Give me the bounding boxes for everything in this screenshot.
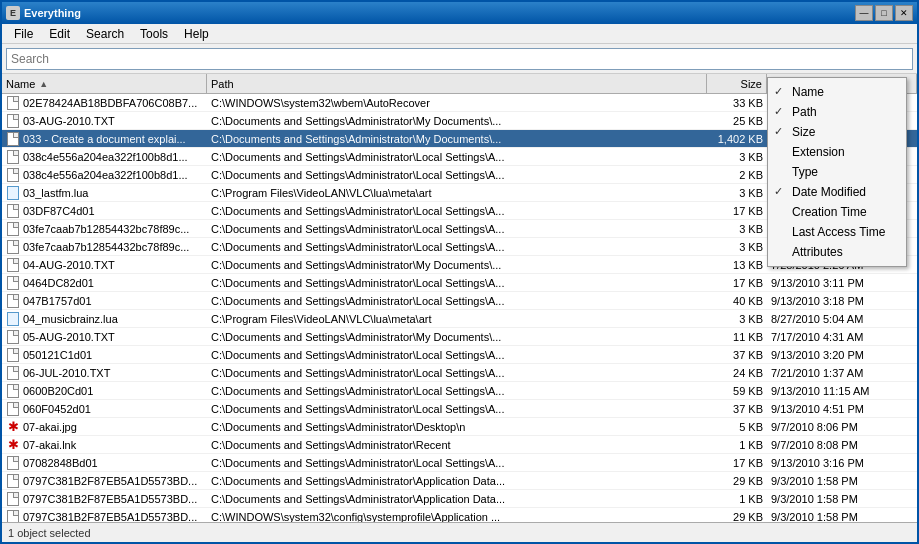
cell-date: 9/13/2010 4:51 PM [767, 400, 917, 417]
header-size[interactable]: Size [707, 74, 767, 93]
cell-date: 8/27/2010 5:04 AM [767, 310, 917, 327]
ctx-check-name: ✓ [774, 85, 783, 98]
menu-bar: File Edit Search Tools Help [2, 24, 917, 44]
cell-name: 04-AUG-2010.TXT [2, 256, 207, 273]
minimize-button[interactable]: — [855, 5, 873, 21]
table-row[interactable]: 050121C1d01 C:\Documents and Settings\Ad… [2, 346, 917, 364]
cell-name: 033 - Create a document explai... [2, 130, 207, 147]
table-row[interactable]: 0797C381B2F87EB5A1D5573BD... C:\WINDOWS\… [2, 508, 917, 522]
menu-search[interactable]: Search [78, 25, 132, 43]
file-icon [6, 186, 20, 200]
file-name: 047B1757d01 [23, 295, 92, 307]
file-icon [6, 204, 20, 218]
header-size-label: Size [741, 78, 762, 90]
header-name-label: Name [6, 78, 35, 90]
header-path[interactable]: Path [207, 74, 707, 93]
cell-name: 0464DC82d01 [2, 274, 207, 291]
ctx-type[interactable]: Type [768, 162, 906, 182]
menu-tools[interactable]: Tools [132, 25, 176, 43]
file-icon [6, 294, 20, 308]
cell-name: 0797C381B2F87EB5A1D5573BD... [2, 490, 207, 507]
cell-path: C:\Documents and Settings\Administrator\… [207, 238, 707, 255]
table-row[interactable]: 0464DC82d01 C:\Documents and Settings\Ad… [2, 274, 917, 292]
status-text: 1 object selected [8, 527, 91, 539]
menu-file[interactable]: File [6, 25, 41, 43]
cell-size: 33 KB [707, 94, 767, 111]
file-name: 033 - Create a document explai... [23, 133, 186, 145]
file-name: 060F0452d01 [23, 403, 91, 415]
cell-size: 1 KB [707, 436, 767, 453]
cell-path: C:\Documents and Settings\Administrator\… [207, 256, 707, 273]
table-row[interactable]: 05-AUG-2010.TXT C:\Documents and Setting… [2, 328, 917, 346]
file-name: 03fe7caab7b12854432bc78f89c... [23, 241, 189, 253]
menu-help[interactable]: Help [176, 25, 217, 43]
ctx-attributes[interactable]: Attributes [768, 242, 906, 262]
cell-size: 11 KB [707, 328, 767, 345]
cell-name: 06-JUL-2010.TXT [2, 364, 207, 381]
menu-edit[interactable]: Edit [41, 25, 78, 43]
ctx-size[interactable]: ✓Size [768, 122, 906, 142]
table-row[interactable]: 0600B20Cd01 C:\Documents and Settings\Ad… [2, 382, 917, 400]
main-window: E Everything — □ ✕ File Edit Search Tool… [0, 0, 919, 544]
file-icon: ✱ [6, 438, 20, 452]
file-name: 03-AUG-2010.TXT [23, 115, 115, 127]
cell-date: 9/13/2010 3:16 PM [767, 454, 917, 471]
cell-size: 24 KB [707, 364, 767, 381]
cell-size: 3 KB [707, 184, 767, 201]
cell-path: C:\Documents and Settings\Administrator\… [207, 166, 707, 183]
file-name: 07-akai.lnk [23, 439, 76, 451]
cell-path: C:\Documents and Settings\Administrator\… [207, 346, 707, 363]
cell-size: 1,402 KB [707, 130, 767, 147]
header-name[interactable]: Name ▲ [2, 74, 207, 93]
close-button[interactable]: ✕ [895, 5, 913, 21]
maximize-button[interactable]: □ [875, 5, 893, 21]
ctx-extension[interactable]: Extension [768, 142, 906, 162]
cell-name: 038c4e556a204ea322f100b8d1... [2, 148, 207, 165]
cell-date: 9/13/2010 3:11 PM [767, 274, 917, 291]
cell-path: C:\Program Files\VideoLAN\VLC\lua\meta\a… [207, 310, 707, 327]
file-name: 05-AUG-2010.TXT [23, 331, 115, 343]
table-row[interactable]: 0797C381B2F87EB5A1D5573BD... C:\Document… [2, 490, 917, 508]
file-name: 038c4e556a204ea322f100b8d1... [23, 151, 188, 163]
ctx-name[interactable]: ✓Name [768, 82, 906, 102]
file-icon [6, 312, 20, 326]
file-name: 03DF87C4d01 [23, 205, 95, 217]
cell-name: 038c4e556a204ea322f100b8d1... [2, 166, 207, 183]
cell-name: 04_musicbrainz.lua [2, 310, 207, 327]
cell-size: 3 KB [707, 220, 767, 237]
title-bar: E Everything — □ ✕ [2, 2, 917, 24]
table-row[interactable]: ✱ 07-akai.lnk C:\Documents and Settings\… [2, 436, 917, 454]
file-icon [6, 348, 20, 362]
cell-path: C:\Documents and Settings\Administrator\… [207, 220, 707, 237]
cell-date: 9/13/2010 11:15 AM [767, 382, 917, 399]
ctx-date-modified[interactable]: ✓Date Modified [768, 182, 906, 202]
table-row[interactable]: 06-JUL-2010.TXT C:\Documents and Setting… [2, 364, 917, 382]
file-name: 04_musicbrainz.lua [23, 313, 118, 325]
ctx-path[interactable]: ✓Path [768, 102, 906, 122]
table-row[interactable]: 0797C381B2F87EB5A1D5573BD... C:\Document… [2, 472, 917, 490]
cell-name: 03DF87C4d01 [2, 202, 207, 219]
table-row[interactable]: ✱ 07-akai.jpg C:\Documents and Settings\… [2, 418, 917, 436]
table-row[interactable]: 047B1757d01 C:\Documents and Settings\Ad… [2, 292, 917, 310]
file-name: 07-akai.jpg [23, 421, 77, 433]
cell-path: C:\Documents and Settings\Administrator\… [207, 418, 707, 435]
file-name: 02E78424AB18BDBFA706C08B7... [23, 97, 197, 109]
table-row[interactable]: 060F0452d01 C:\Documents and Settings\Ad… [2, 400, 917, 418]
toolbar [2, 44, 917, 74]
ctx-check-date: ✓ [774, 185, 783, 198]
file-icon [6, 492, 20, 506]
file-icon [6, 222, 20, 236]
table-row[interactable]: 07082848Bd01 C:\Documents and Settings\A… [2, 454, 917, 472]
table-row[interactable]: 04_musicbrainz.lua C:\Program Files\Vide… [2, 310, 917, 328]
search-input[interactable] [6, 48, 913, 70]
app-icon: E [6, 6, 20, 20]
cell-path: C:\Documents and Settings\Administrator\… [207, 364, 707, 381]
file-icon [6, 456, 20, 470]
cell-size: 1 KB [707, 490, 767, 507]
cell-name: 03-AUG-2010.TXT [2, 112, 207, 129]
file-name: 0797C381B2F87EB5A1D5573BD... [23, 475, 197, 487]
ctx-last-access-time[interactable]: Last Access Time [768, 222, 906, 242]
ctx-creation-time[interactable]: Creation Time [768, 202, 906, 222]
cell-name: 03fe7caab7b12854432bc78f89c... [2, 238, 207, 255]
cell-date: 9/7/2010 8:08 PM [767, 436, 917, 453]
